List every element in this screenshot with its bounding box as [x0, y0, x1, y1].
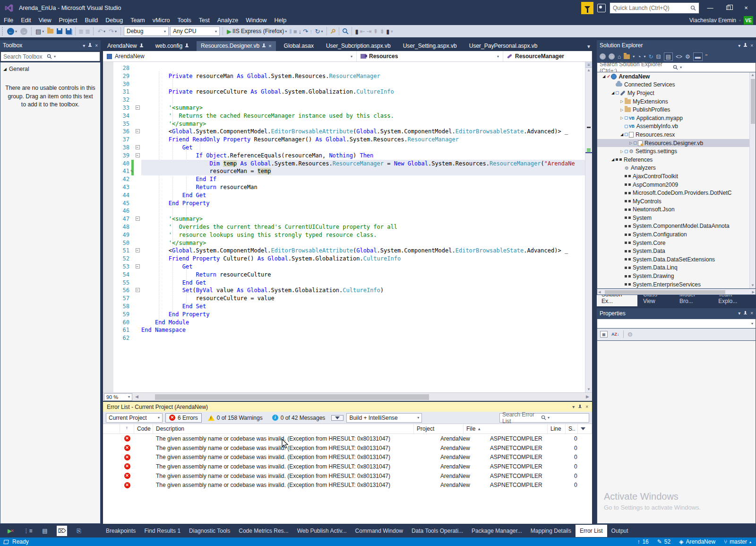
- branch-button[interactable]: ⑂master▴: [724, 538, 751, 545]
- tree-item-system-data[interactable]: System.Data: [597, 247, 756, 255]
- file-column-header[interactable]: File▲: [464, 424, 548, 433]
- step-out-icon[interactable]: ↑: [309, 28, 313, 35]
- outdent-icon[interactable]: ≣: [78, 28, 84, 35]
- code-line-43[interactable]: 43 Return resourceMan: [113, 183, 585, 191]
- tree-item-connected-services[interactable]: Connected Services: [597, 81, 756, 89]
- restore-button[interactable]: [721, 2, 735, 14]
- user-menu-chevron-icon[interactable]: ▾: [739, 18, 741, 23]
- outgoing-commits-button[interactable]: ↑16: [637, 538, 648, 545]
- code-line-56[interactable]: 56− Set(ByVal value As Global.System.Glo…: [113, 286, 585, 295]
- menu-team[interactable]: Team: [127, 16, 149, 25]
- tree-item-publishprofiles[interactable]: ▷PublishProfiles: [597, 105, 756, 114]
- pending-changes-filter-icon[interactable]: ◔: [637, 53, 641, 60]
- properties-header[interactable]: Properties ▾ ×: [597, 308, 756, 319]
- bottom-tab-error-list[interactable]: Error List: [576, 525, 607, 537]
- code-line-61[interactable]: 61End Namespace: [113, 326, 585, 334]
- code-line-39[interactable]: 39− If Object.ReferenceEquals(resourceMa…: [113, 152, 585, 160]
- code-line-41[interactable]: 41✎ resourceMan = temp: [113, 167, 585, 175]
- code-line-51[interactable]: 51− <Global.System.ComponentModel.Editor…: [113, 247, 585, 255]
- errors-toggle-button[interactable]: ✕ 6 Errors: [165, 413, 202, 423]
- minimize-button[interactable]: —: [703, 2, 717, 14]
- toggle-bookmark-icon[interactable]: ▮: [355, 28, 358, 35]
- tree-item-assemblyinfo-vb[interactable]: VBAssemblyInfo.vb: [597, 122, 756, 131]
- error-scope-select[interactable]: Current Project▾: [106, 413, 163, 423]
- restart-button[interactable]: ↻▾: [314, 26, 324, 36]
- toolbox-tab-icon[interactable]: ⌦: [57, 526, 67, 536]
- filter-errors-button[interactable]: [331, 415, 344, 421]
- tree-item-system-data-datasetextensions[interactable]: System.Data.DataSetExtensions: [597, 255, 756, 264]
- show-all-files-button[interactable]: ▤: [664, 52, 673, 61]
- tab-list-chevron-icon[interactable]: ▼: [586, 44, 591, 49]
- code-editor[interactable]: 2829 Private resourceMan As Global.Syste…: [103, 62, 592, 392]
- menu-file[interactable]: File: [0, 16, 17, 25]
- previous-bookmark-in-folder-icon[interactable]: ⇞: [373, 28, 378, 35]
- collapse-icon[interactable]: ◢: [610, 91, 616, 95]
- step-over-icon[interactable]: ↷: [303, 28, 308, 35]
- tree-item-microsoft-codedom-providers-dotnetc[interactable]: Microsoft.CodeDom.Providers.DotNetC: [597, 189, 756, 197]
- error-row-4[interactable]: ✕The given assembly name or codebase was…: [103, 462, 592, 471]
- menu-build[interactable]: Build: [81, 16, 102, 25]
- pin-icon[interactable]: [578, 405, 582, 409]
- code-line-57[interactable]: 57 resourceCulture = value: [113, 295, 585, 303]
- line-column-header[interactable]: Line: [548, 424, 566, 433]
- scroll-up-icon[interactable]: ▲: [750, 72, 756, 78]
- close-icon[interactable]: ×: [750, 311, 753, 316]
- member-dropdown[interactable]: ResourceManager: [503, 51, 592, 61]
- expand-icon[interactable]: ▷: [619, 99, 625, 104]
- next-bookmark-in-folder-icon[interactable]: ⇟: [379, 28, 385, 35]
- solution-explorer-horizontal-scrollbar[interactable]: ◀ ▶: [597, 289, 756, 295]
- tree-item-system-componentmodel-dataannota[interactable]: System.ComponentModel.DataAnnota: [597, 222, 756, 231]
- tree-item-references[interactable]: ◢References: [597, 156, 756, 164]
- indent-icon[interactable]: ≣: [85, 28, 90, 35]
- quick-launch-input[interactable]: Quick Launch (Ctrl+Q): [610, 2, 699, 14]
- document-tab-user-subcription-aspx-vb[interactable]: User_Subcription.aspx.vb: [322, 41, 395, 51]
- document-tab-global-asax[interactable]: Global.asax: [280, 41, 318, 51]
- code-line-30[interactable]: 30: [113, 80, 585, 88]
- refresh-icon[interactable]: ↻: [649, 53, 653, 60]
- code-line-46[interactable]: 46: [113, 207, 585, 215]
- menu-view[interactable]: View: [35, 16, 55, 25]
- expand-icon[interactable]: ▷: [619, 149, 625, 154]
- document-tab-arendanew[interactable]: ArendaNew: [103, 41, 147, 51]
- properties-icon[interactable]: ⚙︎: [685, 53, 690, 60]
- code-line-36[interactable]: 36− <Global.System.ComponentModel.Editor…: [113, 128, 585, 136]
- step-into-icon[interactable]: ↓: [299, 28, 302, 35]
- tree-item-system-enterpriseservices[interactable]: System.EnterpriseServices: [597, 280, 756, 289]
- project-column-header[interactable]: Project: [414, 424, 464, 433]
- document-tab-web-config[interactable]: web.config: [151, 41, 193, 51]
- menu-vmicro[interactable]: vMicro: [149, 16, 174, 25]
- tree-item-mycontrols[interactable]: MyControls: [597, 197, 756, 206]
- bottom-tab-package-manager-[interactable]: Package Manager...: [467, 525, 526, 537]
- close-button[interactable]: ×: [739, 2, 753, 14]
- bottom-tab-web-publish-activ-[interactable]: Web Publish Activ...: [293, 525, 351, 537]
- preview-selected-items-button[interactable]: ▬: [693, 52, 703, 61]
- server-explorer-icon[interactable]: ▤: [40, 526, 50, 536]
- repository-button[interactable]: ◈ArendaNew: [679, 538, 715, 545]
- code-line-34[interactable]: 34 ' Returns the cached ResourceManager …: [113, 112, 585, 120]
- tree-item-analyzers[interactable]: ⚙︎Analyzers: [597, 164, 756, 173]
- code-line-55[interactable]: 55 End Get: [113, 279, 585, 287]
- code-line-48[interactable]: 48 ' Overrides the current thread's Curr…: [113, 223, 585, 231]
- test-explorer-icon[interactable]: ▶✕: [6, 526, 16, 536]
- code-line-40[interactable]: 40 Dim temp As Global.System.Resources.R…: [113, 160, 585, 168]
- intellisense-filter-select[interactable]: Build + IntelliSense▾: [346, 413, 422, 423]
- home-icon[interactable]: ⌂: [618, 53, 621, 60]
- collapse-all-icon[interactable]: ⊟: [656, 53, 661, 60]
- scroll-down-icon[interactable]: ▼: [750, 283, 756, 288]
- code-line-45[interactable]: 45 End Property: [113, 199, 585, 208]
- editor-horizontal-scrollbar[interactable]: ◀ ▶: [134, 393, 590, 401]
- solution-configuration-select[interactable]: Debug▾: [124, 26, 169, 36]
- stop-icon[interactable]: ■: [293, 28, 297, 35]
- code-line-52[interactable]: 52 Friend Property Culture() As Global.S…: [113, 255, 585, 263]
- code-line-62[interactable]: 62: [113, 334, 585, 342]
- bottom-tab-breakpoints[interactable]: Breakpoints: [102, 525, 140, 537]
- code-line-28[interactable]: 28: [113, 64, 585, 72]
- tree-item-ajaxcontroltoolkit[interactable]: AjaxControlToolkit: [597, 172, 756, 181]
- code-line-59[interactable]: 59 End Property: [113, 311, 585, 319]
- scrollbar-thumb[interactable]: [155, 394, 429, 400]
- error-row-1[interactable]: ✕The given assembly name or codebase was…: [103, 434, 592, 443]
- severity-column-header[interactable]: ᵀ: [120, 424, 134, 433]
- back-icon[interactable]: ←: [600, 53, 606, 60]
- undo-button[interactable]: ↶▾: [96, 26, 106, 36]
- new-file-button[interactable]: ▤▾: [34, 26, 45, 36]
